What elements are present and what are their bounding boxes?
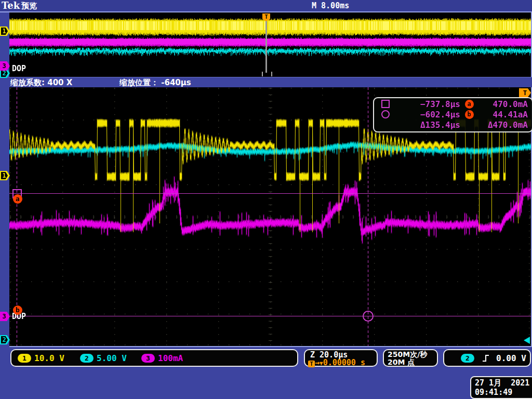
- ch2-badge: 2: [80, 354, 94, 363]
- cursor-b-badge: b: [13, 305, 22, 315]
- zoom-info-bar: 缩放系数: 400 X 缩放位置： -640µs: [0, 77, 532, 88]
- record-length-readout: 20M 点: [388, 358, 415, 367]
- overview-waveform-canvas: [9, 12, 531, 77]
- trigger-status-box[interactable]: 2 0.00 V: [443, 349, 531, 367]
- cursor2-circle-marker-icon: [363, 311, 374, 322]
- overview-ch3-marker: 3: [0, 61, 10, 71]
- trigger-t-icon: T: [308, 361, 315, 367]
- overview-ch1-marker: 1: [0, 26, 10, 36]
- rising-edge-icon: [482, 354, 490, 363]
- cursor-delta-value: Δ470.0mA: [478, 120, 528, 130]
- ch3-scale: 100mA: [158, 353, 183, 363]
- cursor-b-value: 44.41aA: [478, 110, 528, 119]
- date-readout: 27 1月 2021: [475, 378, 529, 388]
- ch2-offscreen-arrow-icon: [524, 337, 530, 344]
- cursor-vertical-2[interactable]: [368, 87, 368, 346]
- cursor1-time: −737.8µs: [396, 99, 460, 109]
- cursor-horizontal-a[interactable]: [9, 193, 531, 194]
- ch1-badge: 1: [18, 354, 31, 363]
- cursor-horizontal-b[interactable]: [9, 316, 531, 316]
- zoom-factor-readout: 缩放系数: 400 X: [10, 78, 72, 88]
- title-bar: Tek 预览 M 8.00ms: [0, 0, 532, 12]
- cursor-readout-box: −737.8µs a 470.0mA −602.4µs b 44.41aA Δ1…: [373, 97, 532, 132]
- main-ch2-marker: 2: [0, 335, 10, 344]
- main-waveform-area: a b DOP T −737.8µs a 470.0mA −602.4µs b …: [9, 87, 532, 347]
- ch1-scale: 10.0 V: [34, 353, 64, 363]
- ch3-badge: 3: [141, 354, 155, 363]
- trigger-source-badge: 2: [461, 354, 474, 363]
- time-readout: 09:41:49: [475, 388, 512, 397]
- main-ch3-marker: 3: [0, 312, 10, 321]
- acquisition-box[interactable]: 250M次/秒 20M 点: [383, 349, 438, 367]
- zoom-position-readout: 缩放位置： -640µs: [119, 78, 191, 88]
- tek-logo: Tek: [2, 0, 20, 11]
- trigger-delay-readout: T→▼0.00000 s: [308, 358, 365, 367]
- datetime-box: 27 1月 2021 09:41:49: [470, 376, 532, 399]
- cursor2-time: −602.4µs: [396, 110, 460, 119]
- channel-scale-box[interactable]: 1 10.0 V 2 5.00 V 3 100mA: [10, 349, 298, 367]
- overview-waveform-area: T DOP: [9, 12, 532, 77]
- trigger-level-readout: 0.00 V: [496, 353, 526, 363]
- cursor-a-value: 470.0mA: [478, 99, 528, 109]
- cursor-a-badge: a: [13, 194, 22, 204]
- overview-dop-label: DOP: [12, 64, 26, 73]
- main-timebase-readout: M 8.00ms: [312, 1, 349, 10]
- main-ch1-marker: 1: [0, 171, 10, 180]
- ch2-scale: 5.00 V: [97, 353, 127, 363]
- cursor1-square-icon: [381, 100, 390, 108]
- oscilloscope-screen: Tek 预览 M 8.00ms T DOP 1 3 2 缩放系数: 400 X …: [0, 0, 532, 399]
- zoom-timebase-box[interactable]: Z 20.0µs T→▼0.00000 s: [304, 349, 378, 367]
- cursor-delta-time: Δ135.4µs: [396, 120, 460, 130]
- cursor2-circle-icon: [381, 110, 390, 118]
- zoom-window-bracket-icon: [262, 72, 272, 76]
- cursor-b-readout-badge: b: [465, 110, 474, 119]
- zoom-window-indicator: [265, 15, 267, 73]
- cursor-a-readout-badge: a: [465, 100, 474, 109]
- acquisition-mode-label: 预览: [21, 1, 37, 11]
